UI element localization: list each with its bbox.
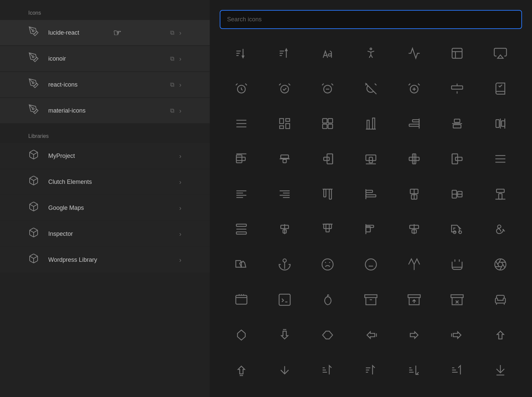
icon-align-vertical-2[interactable] — [393, 179, 436, 209]
icon-archive-restore[interactable] — [393, 285, 436, 315]
icon-apple[interactable] — [306, 285, 349, 315]
icon-align-center-2[interactable] — [393, 214, 436, 244]
icon-alarm-minus[interactable] — [306, 74, 349, 104]
icon-align-right-text[interactable] — [263, 179, 306, 209]
icon-align-end-horizontal[interactable] — [349, 144, 393, 174]
icon-case-sensitive[interactable] — [306, 38, 349, 68]
svg-rect-93 — [326, 224, 329, 232]
svg-rect-45 — [283, 160, 286, 163]
icon-align-right[interactable] — [393, 109, 436, 139]
icon-airplay[interactable] — [479, 38, 522, 68]
chevron-right-icon-8[interactable]: › — [179, 230, 181, 238]
icon-align-bottom[interactable] — [349, 109, 393, 139]
icon-archive[interactable] — [349, 285, 393, 315]
icon-sort-az-asc[interactable] — [263, 38, 306, 68]
icon-book-marked[interactable] — [479, 74, 522, 104]
icon-arrow-big-left[interactable] — [306, 320, 349, 350]
icon-align-vertical-distribute-center[interactable] — [436, 109, 479, 139]
sidebar-item-iconoir[interactable]: iconoir ⧉ › — [0, 46, 210, 71]
chevron-right-icon-7[interactable]: › — [179, 204, 181, 212]
icon-layout-grid-2[interactable] — [306, 109, 349, 139]
sidebar-item-material-icons[interactable]: material-icons ⧉ › — [0, 98, 210, 123]
icon-arrow-big-down-dash[interactable] — [263, 320, 306, 350]
icon-arrow-big-left-dash[interactable] — [349, 320, 393, 350]
search-input[interactable] — [220, 10, 522, 29]
icon-alarm-check[interactable] — [263, 74, 306, 104]
icon-align-center-h2[interactable] — [263, 214, 306, 244]
chevron-right-icon-3[interactable]: › — [179, 81, 181, 89]
icon-align-center-vertical[interactable] — [263, 144, 306, 174]
svg-rect-24 — [323, 119, 327, 123]
icon-app-window[interactable] — [220, 285, 263, 315]
icon-square-terminal[interactable] — [263, 285, 306, 315]
sidebar-item-react-icons[interactable]: react-icons ⧉ › — [0, 72, 210, 97]
icon-accessibility[interactable] — [349, 38, 393, 68]
icon-align-center-v[interactable] — [393, 144, 436, 174]
external-link-icon-4[interactable]: ⧉ — [170, 107, 174, 114]
icon-align-top[interactable] — [306, 179, 349, 209]
chevron-right-icon[interactable]: › — [179, 29, 181, 37]
chevron-right-icon-4[interactable]: › — [179, 107, 181, 115]
icon-ampersand[interactable] — [479, 214, 522, 244]
chevron-right-icon-2[interactable]: › — [179, 55, 181, 63]
icon-sort-az-desc[interactable] — [220, 38, 263, 68]
icon-arrow-down-a-z[interactable] — [393, 355, 436, 385]
sidebar-item-myproject[interactable]: MyProject › — [0, 143, 210, 169]
icon-arrow-big-right-dash[interactable] — [436, 320, 479, 350]
sidebar-item-wordpress-library[interactable]: Wordpress Library › — [0, 247, 210, 272]
icon-align-horizontal-distribute-end[interactable] — [479, 109, 522, 139]
svg-point-102 — [283, 259, 286, 262]
sidebar-item-google-maps[interactable]: Google Maps › — [0, 195, 210, 220]
icon-arrow-big-up[interactable] — [479, 320, 522, 350]
svg-rect-42 — [236, 157, 245, 161]
icon-align-left-text[interactable] — [220, 179, 263, 209]
icon-archive-x[interactable] — [436, 285, 479, 315]
icon-align-end-vertical[interactable] — [306, 144, 349, 174]
icon-align-horizontal-2[interactable] — [436, 179, 479, 209]
icon-arrow-down-narrow-wide[interactable] — [436, 355, 479, 385]
icon-ampersands[interactable] — [220, 249, 263, 279]
chevron-right-icon-6[interactable]: › — [179, 178, 181, 186]
icon-align-center-horizontal[interactable] — [436, 74, 479, 104]
icon-align-left-items[interactable] — [349, 179, 393, 209]
icon-align-justify[interactable] — [220, 109, 263, 139]
icon-align-vertical-3[interactable] — [479, 179, 522, 209]
icon-ambulance[interactable] — [436, 214, 479, 244]
icon-alarm[interactable] — [220, 74, 263, 104]
external-link-icon-3[interactable]: ⧉ — [170, 81, 174, 88]
icon-annoyed[interactable] — [349, 249, 393, 279]
libraries-section-label: Libraries — [0, 130, 210, 143]
icon-menu[interactable] — [479, 144, 522, 174]
icon-alarm-plus[interactable] — [393, 74, 436, 104]
external-link-icon-2[interactable]: ⧉ — [170, 55, 174, 62]
icon-arrow-down-to-line[interactable] — [479, 355, 522, 385]
icon-arrow-down[interactable] — [263, 355, 306, 385]
icon-arrow-big-up-dash[interactable] — [220, 355, 263, 385]
svg-rect-20 — [280, 119, 284, 124]
icon-activity[interactable] — [393, 38, 436, 68]
icon-align-left-2[interactable] — [349, 214, 393, 244]
icon-arrow-big-down[interactable] — [220, 320, 263, 350]
sidebar-item-lucide-react[interactable]: lucide-react ☞ ⧉ › — [0, 20, 210, 45]
icon-align-start-vertical[interactable] — [436, 144, 479, 174]
icon-anchor[interactable] — [263, 249, 306, 279]
icon-layout-panel-top[interactable] — [436, 38, 479, 68]
icon-alarm-off[interactable] — [349, 74, 393, 104]
icon-arrow-big-right[interactable] — [393, 320, 436, 350]
icon-armchair[interactable] — [479, 285, 522, 315]
icon-align-start-horizontal[interactable] — [220, 144, 263, 174]
icon-align-distribute-v[interactable] — [220, 214, 263, 244]
icon-aperture-timer[interactable] — [436, 249, 479, 279]
sidebar-item-inspector[interactable]: Inspector › — [0, 221, 210, 246]
icon-angry[interactable] — [306, 249, 349, 279]
icon-antenna[interactable] — [393, 249, 436, 279]
sidebar-item-clutch-elements[interactable]: Clutch Elements › — [0, 169, 210, 195]
icon-arrow-down-0-1[interactable] — [306, 355, 349, 385]
external-link-icon[interactable]: ⧉ — [170, 29, 174, 36]
chevron-right-icon-9[interactable]: › — [179, 256, 181, 264]
icon-aperture[interactable] — [479, 249, 522, 279]
icon-arrow-down-1-0[interactable] — [349, 355, 393, 385]
icon-layout-dashboard[interactable] — [263, 109, 306, 139]
icon-align-top-2[interactable] — [306, 214, 349, 244]
chevron-right-icon-5[interactable]: › — [179, 152, 181, 160]
